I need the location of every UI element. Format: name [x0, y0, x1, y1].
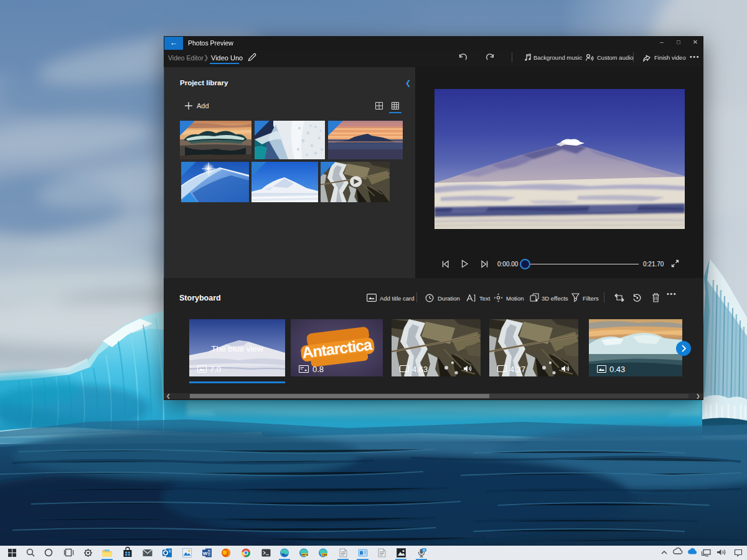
- svg-text:BETA: BETA: [302, 554, 308, 556]
- svg-text:CAN: CAN: [322, 554, 327, 556]
- svg-text:W: W: [203, 551, 208, 556]
